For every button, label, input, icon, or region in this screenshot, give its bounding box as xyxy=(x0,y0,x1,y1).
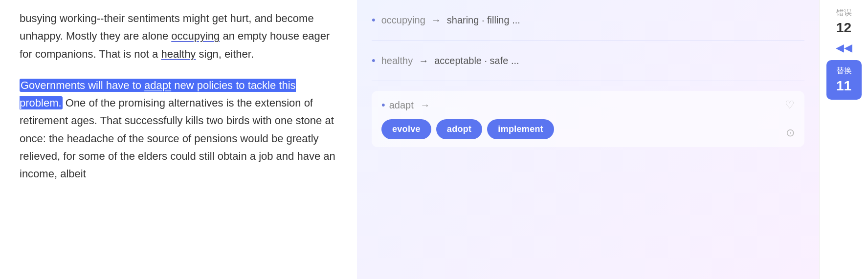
text-after-healthy: sign, either. xyxy=(196,48,254,60)
bullet-icon: • xyxy=(372,14,376,26)
word-occupying[interactable]: occupying xyxy=(171,30,220,42)
replace-count: 11 xyxy=(836,78,851,94)
divider-1 xyxy=(372,40,804,41)
suggestions-panel: • occupying → sharing · filling ... • he… xyxy=(357,0,819,279)
evolve-button[interactable]: evolve xyxy=(381,119,431,139)
word-healthy[interactable]: healthy xyxy=(161,48,196,60)
bullet-icon-2: • xyxy=(372,54,376,67)
text-editor: busying working--their sentiments might … xyxy=(0,0,357,279)
replace-box[interactable]: 替换 11 xyxy=(826,60,862,100)
word-adapt-highlighted[interactable]: adapt xyxy=(144,79,171,91)
adopt-button[interactable]: adopt xyxy=(436,119,483,139)
clock-icon[interactable]: ⊙ xyxy=(786,127,795,139)
back-button[interactable]: ◀◀ xyxy=(836,42,852,54)
arrow-icon-1: → xyxy=(431,15,441,26)
heart-icon[interactable]: ♡ xyxy=(785,99,795,111)
paragraph-2: Governments will have to adapt new polic… xyxy=(20,77,337,183)
synonym-word-healthy[interactable]: healthy xyxy=(381,55,413,66)
adapt-section: • adapt → ♡ evolve adopt implement ⊙ xyxy=(372,91,804,147)
divider-2 xyxy=(372,81,804,81)
bullet-icon-3: • xyxy=(381,99,385,111)
replace-label: 替换 xyxy=(836,66,852,76)
implement-button[interactable]: implement xyxy=(487,119,554,139)
paragraph-2-rest: One of the promising alternatives is the… xyxy=(20,97,335,180)
synonym-buttons: evolve adopt implement xyxy=(381,119,795,139)
suggestions-healthy: acceptable · safe ... xyxy=(434,55,519,66)
sidebar: 错误 12 ◀◀ 替换 11 xyxy=(819,0,868,279)
synonym-row-healthy: • healthy → acceptable · safe ... xyxy=(372,50,804,71)
suggestions-occupying: sharing · filling ... xyxy=(447,15,520,26)
arrow-icon-3: → xyxy=(418,100,430,111)
arrow-icon-2: → xyxy=(419,55,428,66)
error-count: 12 xyxy=(836,20,851,36)
synonym-row-occupying: • occupying → sharing · filling ... xyxy=(372,10,804,30)
paragraph-1: busying working--their sentiments might … xyxy=(20,10,337,63)
adapt-header: • adapt → xyxy=(381,99,795,111)
error-box: 错误 12 xyxy=(836,8,852,36)
error-label: 错误 xyxy=(836,8,852,18)
synonym-word-adapt[interactable]: adapt xyxy=(389,100,414,111)
synonym-word-occupying[interactable]: occupying xyxy=(381,15,425,26)
